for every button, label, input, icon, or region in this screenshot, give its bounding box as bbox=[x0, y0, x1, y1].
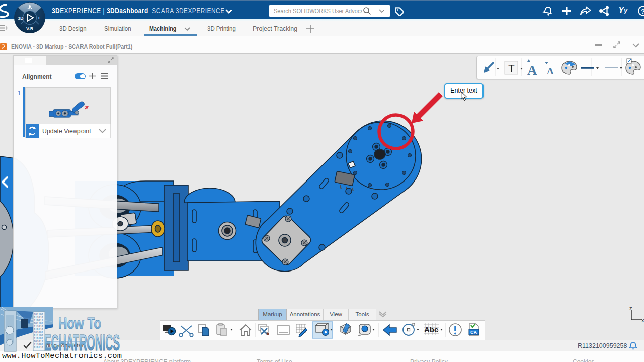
svg-text:?: ? bbox=[641, 8, 644, 15]
svg-text:T: T bbox=[508, 62, 515, 74]
svg-text:x: x bbox=[641, 317, 644, 323]
svg-text:V.R: V.R bbox=[26, 26, 34, 31]
svg-text:CA: CA bbox=[470, 330, 477, 335]
svg-text:3D: 3D bbox=[18, 16, 24, 21]
svg-text:i: i bbox=[38, 15, 40, 20]
svg-text:How To: How To bbox=[58, 314, 101, 332]
svg-text:A: A bbox=[527, 63, 537, 78]
svg-text:A: A bbox=[547, 66, 554, 76]
svg-text:z: z bbox=[629, 305, 632, 311]
svg-text:Abc: Abc bbox=[424, 325, 438, 334]
svg-text:010110: 010110 bbox=[34, 346, 43, 349]
